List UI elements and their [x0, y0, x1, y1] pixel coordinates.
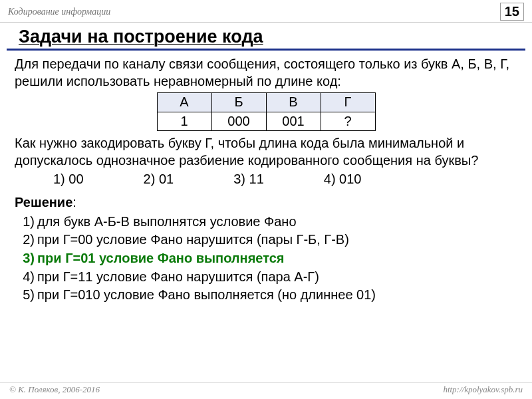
problem-intro: Для передачи по каналу связи сообщения, … [15, 56, 517, 90]
table-cell: 1 [157, 112, 211, 131]
solution-item: при Г=00 условие Фано нарушится (пары Г-… [17, 231, 517, 249]
table-header-cell: Б [211, 93, 266, 112]
footer-copyright: © К. Поляков, 2006-2016 [9, 384, 100, 395]
solution-item: при Г=010 условие Фано выполняется (но д… [17, 286, 517, 305]
table-cell: ? [321, 112, 375, 131]
table-row: 1 000 001 ? [157, 112, 375, 131]
page-title: Задачи на построение кода [7, 23, 525, 51]
option: 4) 010 [324, 171, 362, 188]
code-table: А Б В Г 1 000 001 ? [157, 92, 376, 131]
solution-item: при Г=11 условие Фано нарушится (пара А-… [17, 268, 517, 287]
content: Для передачи по каналу связи сообщения, … [0, 56, 532, 305]
solution-label: Решение [15, 195, 72, 209]
answer-options: 1) 00 2) 01 3) 11 4) 010 [15, 170, 517, 195]
footer-url: http://kpolyakov.spb.ru [443, 384, 523, 395]
solution-list: для букв А-Б-В выполнятся условие Фано п… [15, 213, 517, 305]
header-bar: Кодирование информации 15 [0, 0, 532, 23]
option: 1) 00 [53, 171, 84, 188]
page-number: 15 [500, 3, 524, 21]
problem-question: Как нужно закодировать букву Г, чтобы дл… [15, 135, 517, 169]
solution-block: Решение: для букв А-Б-В выполнятся услов… [15, 194, 517, 305]
table-header-cell: А [157, 93, 211, 112]
option: 3) 11 [233, 171, 264, 188]
table-cell: 001 [266, 112, 321, 131]
header-topic: Кодирование информации [8, 7, 110, 17]
option: 2) 01 [144, 171, 174, 188]
table-header-cell: Г [321, 93, 375, 112]
footer: © К. Поляков, 2006-2016 http://kpolyakov… [0, 382, 532, 395]
solution-item: для букв А-Б-В выполнятся условие Фано [17, 213, 517, 231]
table-header-row: А Б В Г [157, 93, 375, 112]
table-cell: 000 [211, 112, 266, 131]
solution-item-correct: при Г=01 условие Фано выполняется [17, 249, 517, 268]
table-header-cell: В [266, 93, 321, 112]
